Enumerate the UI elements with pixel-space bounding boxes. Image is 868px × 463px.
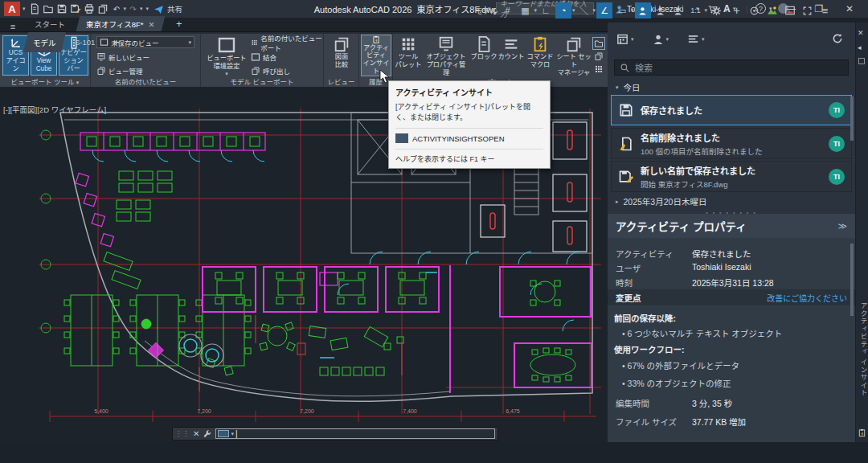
grid-display-toggle-icon[interactable]: # — [500, 2, 516, 18]
save-as-icon[interactable] — [69, 2, 83, 16]
restore-viewports-button[interactable]: 呼び出し — [251, 64, 290, 76]
group-date[interactable]: ▸2025年3月20日木曜日 — [611, 195, 852, 208]
blocks-palette-button[interactable]: ブロック — [470, 35, 497, 61]
save-icon[interactable] — [55, 2, 69, 16]
autocad-window: A ▾ ↶▾ ↷▾ ▾ 共有 Autodesk AutoCAD 2026 東京オ… — [0, 0, 868, 463]
collapse-chevron-icon[interactable]: ≫ — [837, 221, 847, 232]
cmd-close-icon[interactable]: ✕ — [193, 429, 199, 438]
date-filter-icon[interactable]: ▾ — [616, 32, 634, 46]
osnap-caret-icon[interactable]: ▾ — [631, 7, 634, 14]
properties-palette-button[interactable]: オブジェクト プロパティ管理 — [424, 35, 469, 77]
panel-expand-caret-icon[interactable]: ▾ — [76, 80, 80, 85]
markup-import-icon[interactable] — [594, 64, 604, 74]
viewport-controls-label[interactable]: [-][平面図][2D ワイヤフレーム] — [3, 104, 106, 115]
file-tab-close-icon[interactable]: ✕ — [149, 19, 155, 28]
share-icon[interactable] — [152, 2, 166, 16]
scale-caret-icon[interactable]: ▾ — [705, 7, 708, 14]
activity-item-saved-as[interactable]: 新しい名前で保存されました開始 東京オフィス8F.dwg TI — [611, 161, 852, 192]
annotation-scale-icon[interactable] — [670, 2, 686, 18]
dynamic-input-icon[interactable]: ▭ — [614, 2, 630, 18]
isodraft-caret-icon[interactable]: ▾ — [593, 7, 596, 14]
viewport-config-button[interactable]: ビューポート 環境設定▾ — [206, 35, 248, 77]
tooltip-description: [アクティビティ インサイト]パレットを開く、または閉じます。 — [395, 101, 543, 122]
view-manager-button[interactable]: ビュー管理 — [96, 64, 143, 76]
count-palette-button[interactable]: カウント — [497, 35, 525, 61]
activity-item-purged[interactable]: 名前削除されました100 個の項目が名前削除されました TI — [611, 128, 852, 159]
annotation-monitor-icon[interactable]: + — [729, 2, 745, 18]
avatar: TI — [829, 169, 845, 185]
annotation-visibility-icon[interactable] — [635, 2, 651, 18]
clean-screen-icon[interactable] — [800, 2, 816, 18]
model-space-toggle[interactable]: モデル — [475, 2, 498, 18]
close-button[interactable]: ✕ — [838, 0, 861, 18]
redo-caret-icon[interactable]: ▾ — [140, 6, 143, 12]
drawing-compare-button[interactable]: 図面 比較 — [327, 35, 356, 69]
layout-tab-model[interactable]: モデル — [23, 32, 66, 52]
command-macros-button[interactable]: コマンド マクロ — [525, 35, 555, 69]
feedback-link[interactable]: 改善にご協力ください — [767, 292, 847, 304]
graphics-performance-icon[interactable] — [764, 2, 780, 18]
snap-mode-toggle-icon[interactable]: ▦ — [518, 2, 534, 18]
hardware-acceleration-icon[interactable] — [782, 2, 798, 18]
ortho-mode-icon[interactable]: ∟ — [538, 2, 554, 18]
workspace-gear-icon[interactable] — [708, 2, 724, 18]
dwg-history-icon[interactable] — [592, 37, 605, 50]
share-label[interactable]: 共有 — [167, 3, 182, 14]
polar-tracking-icon[interactable]: ◔ — [555, 2, 571, 18]
new-file-icon[interactable] — [28, 2, 42, 16]
command-line-bar[interactable]: ⋮⋮ ✕ ▾ | — [172, 427, 498, 440]
undo-icon[interactable]: ↶ — [110, 2, 124, 16]
list-scrollbar[interactable] — [850, 96, 854, 141]
dim-label: 5,400 — [94, 408, 108, 414]
activity-properties-header[interactable]: アクティビティ プロパティ ≫ — [608, 214, 855, 238]
cmd-prompt-icon — [218, 430, 229, 437]
sheet-set-manager-button[interactable]: シート セット マネージャ — [555, 35, 592, 77]
dim-label: 7,200 — [197, 408, 211, 414]
group-today[interactable]: ▾今日 — [611, 80, 852, 94]
xref-palette-icon[interactable] — [594, 51, 604, 61]
scale-value[interactable]: 1:1 — [688, 2, 704, 18]
file-tab-start[interactable]: スタート — [25, 16, 76, 31]
layout-tab-s101[interactable]: S-101 — [64, 32, 104, 52]
join-viewports-button[interactable]: 結合 — [251, 51, 276, 63]
palette-bottom-icon[interactable] — [858, 428, 866, 437]
redo-icon[interactable]: ↷ — [126, 2, 140, 16]
autocad-logo-icon[interactable]: A — [4, 2, 20, 16]
panel-palettes: ツール パレット オブジェクト プロパティ管理 ブロック カウント コマンド マ… — [393, 34, 607, 87]
tool-palettes-button[interactable]: ツール パレット — [395, 35, 422, 69]
polar-caret-icon[interactable]: ▾ — [572, 7, 575, 14]
autoscale-icon[interactable] — [653, 2, 669, 18]
workspace-caret-icon[interactable]: ▾ — [725, 7, 728, 14]
customization-menu-icon[interactable]: ≡ — [817, 2, 833, 18]
cmd-customize-wrench-icon[interactable] — [203, 429, 212, 439]
object-snap-tracking-icon[interactable]: ∠ — [596, 2, 612, 18]
refresh-icon[interactable] — [831, 32, 844, 45]
cmd-drag-handle[interactable]: ⋮⋮ — [175, 430, 190, 437]
batch-plot-icon[interactable] — [96, 2, 110, 16]
command-input[interactable]: ▾ | — [215, 428, 495, 439]
new-view-button[interactable]: 新しいビュー — [96, 51, 149, 63]
tooltip-command: ACTIVITYINSIGHTSOPEN — [412, 134, 505, 143]
plot-icon[interactable] — [83, 2, 96, 16]
activity-insight-palette: ▾ ▾ ▾ 検索 ▾今日 保存されました TI 名前削除されました100 個の項… — [608, 23, 868, 442]
workflow-item: • 33% のオブジェクトの修正 — [622, 377, 731, 389]
isolate-objects-icon[interactable] — [747, 2, 763, 18]
snap-caret-icon[interactable]: ▾ — [534, 7, 538, 14]
file-tab-new-icon[interactable]: + — [166, 16, 191, 31]
open-file-icon[interactable] — [42, 2, 55, 16]
event-filter-icon[interactable]: ▾ — [686, 32, 705, 46]
isodraft-icon[interactable]: ＼ — [576, 2, 592, 18]
file-tab-menu-icon[interactable]: ≡ — [5, 18, 21, 35]
activity-item-saved[interactable]: 保存されました TI — [611, 95, 852, 125]
cmd-recent-caret-icon[interactable]: ▾ — [231, 431, 234, 437]
palette-close-icon[interactable]: ✕ — [858, 29, 864, 37]
palette-autohide-icon[interactable]: ◂ — [858, 43, 862, 51]
file-tab-document[interactable]: 東京オフィス8F*✕ — [76, 16, 165, 31]
palette-search-input[interactable]: 検索 — [614, 59, 849, 76]
palette-properties-icon[interactable] — [858, 58, 865, 64]
props-scrollbar[interactable] — [850, 244, 854, 316]
named-viewports-button[interactable]: 名前の付いたビューポート — [251, 36, 323, 48]
app-menu-caret-icon[interactable]: ▾ — [23, 6, 26, 12]
user-filter-icon[interactable]: ▾ — [652, 33, 669, 46]
qat-customize-icon[interactable]: ▾ — [146, 6, 149, 12]
